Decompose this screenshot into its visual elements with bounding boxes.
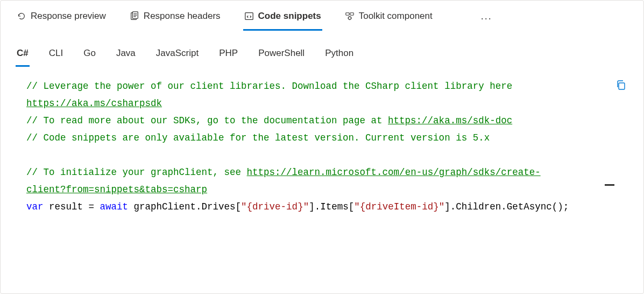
code-snippet: // Leverage the power of our client libr… xyxy=(26,78,579,215)
lang-tab-cli[interactable]: CLI xyxy=(48,46,64,67)
tab-toolkit-component[interactable]: Toolkit component xyxy=(344,6,434,31)
code-keyword: await xyxy=(100,201,129,212)
lang-tab-javascript[interactable]: JavaScript xyxy=(155,46,200,67)
svg-rect-2 xyxy=(245,12,252,19)
code-comment: // To initialize your graphClient, see xyxy=(26,167,247,178)
code-icon xyxy=(244,11,254,21)
lang-tab-python[interactable]: Python xyxy=(324,46,355,67)
tab-label: Code snippets xyxy=(258,11,321,22)
collapse-icon[interactable] xyxy=(605,184,614,186)
code-area: // Leverage the power of our client libr… xyxy=(1,67,643,226)
code-text: result = xyxy=(44,201,100,212)
code-link[interactable]: https://aka.ms/sdk-doc xyxy=(388,115,512,126)
response-panel: Response preview Response headers Code s… xyxy=(0,0,644,294)
lang-tab-go[interactable]: Go xyxy=(82,46,97,67)
code-comment: // To read more about our SDKs, go to th… xyxy=(26,115,388,126)
more-icon[interactable]: ··· xyxy=(477,9,497,29)
headers-icon xyxy=(130,11,139,21)
code-comment: // Leverage the power of our client libr… xyxy=(26,81,518,92)
lang-tab-java[interactable]: Java xyxy=(115,46,137,67)
lang-tab-csharp[interactable]: C# xyxy=(16,46,30,67)
copy-icon xyxy=(615,80,626,90)
svg-rect-4 xyxy=(350,12,353,15)
tab-code-snippets[interactable]: Code snippets xyxy=(243,6,322,31)
tab-response-preview[interactable]: Response preview xyxy=(16,6,107,31)
tab-label: Toolkit component xyxy=(359,11,433,22)
code-text: ].Items[ xyxy=(309,201,354,212)
tab-response-headers[interactable]: Response headers xyxy=(129,6,222,31)
svg-point-5 xyxy=(348,16,351,19)
response-tab-bar: Response preview Response headers Code s… xyxy=(1,1,643,31)
code-comment: // Code snippets are only available for … xyxy=(26,132,490,143)
svg-rect-6 xyxy=(619,83,625,89)
code-string: "{drive-id}" xyxy=(241,201,309,212)
lang-tab-php[interactable]: PHP xyxy=(218,46,239,67)
language-tab-bar: C# CLI Go Java JavaScript PHP PowerShell… xyxy=(1,31,643,67)
undo-icon xyxy=(17,11,26,21)
code-text: ].Children.GetAsync(); xyxy=(444,201,569,212)
toolkit-icon xyxy=(345,11,355,21)
tab-label: Response headers xyxy=(144,11,221,22)
code-string: "{driveItem-id}" xyxy=(354,201,444,212)
copy-button[interactable] xyxy=(615,80,626,90)
svg-rect-3 xyxy=(346,12,349,15)
lang-tab-powershell[interactable]: PowerShell xyxy=(257,46,306,67)
code-link[interactable]: https://aka.ms/csharpsdk xyxy=(26,98,162,109)
code-keyword: var xyxy=(26,201,44,212)
tab-label: Response preview xyxy=(31,11,106,22)
code-text: graphClient.Drives[ xyxy=(128,201,241,212)
